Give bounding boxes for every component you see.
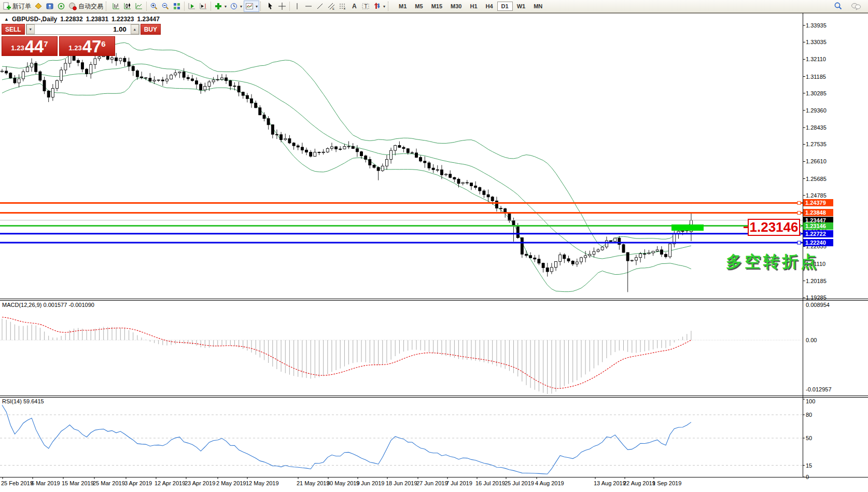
volume-spinner: ▼ ▲ [26,24,139,35]
sell-price-tile[interactable]: 1.23447 [2,36,58,56]
price-line-badge: 1.22240 [803,239,833,246]
date-axis-label: 27 Jun 2019 [416,480,448,486]
price-axis-tick: 1.27535 [806,141,827,147]
rsi-axis-tick: 50 [806,435,812,441]
price-axis-tick: 1.24785 [806,192,827,199]
date-axis-label: 25 Mar 2019 [93,480,125,486]
svg-text:F: F [344,7,346,10]
ohlc-high: 1.23831 [86,16,108,23]
price-annotation-box[interactable]: 1.23146 [748,219,800,236]
horizontal-line-icon[interactable] [303,1,314,12]
macd-axis-bottom: -0.012957 [806,386,832,392]
buy-price-sup: 6 [101,39,105,48]
timeframe-button-M15[interactable]: M15 [427,2,446,11]
zoom-out-icon[interactable] [160,1,171,12]
date-axis-label: 25 Feb 2019 [1,480,33,486]
date-axis-label: 4 Aug 2019 [535,480,564,486]
price-line-badge: 1.23146 [803,222,833,230]
price-axis-tick: 1.20185 [806,278,827,284]
indicators-add-button[interactable]: ▾ [213,1,228,12]
svg-text:A: A [352,3,357,10]
zoom-in-icon[interactable] [148,1,160,12]
ohlc-low: 1.22323 [111,16,134,23]
price-line-badge: 1.22722 [803,230,833,237]
sell-price-sup: 7 [44,39,48,48]
arrows-button[interactable]: ▾ [371,1,387,12]
chart-shift-icon[interactable] [198,1,209,12]
date-axis-label: 18 Jun 2019 [386,480,417,486]
ohlc-open: 1.22832 [60,16,82,23]
price-axis-tick: 1.32110 [806,56,826,62]
price-axis-tick: 1.33935 [806,22,827,29]
volume-input[interactable] [35,24,131,34]
rsi-axis-tick: 80 [806,412,812,418]
date-axis-label: 23 Apr 2019 [185,480,215,486]
text-label-icon[interactable]: T [360,1,371,12]
turning-point-note[interactable]: 多空转折点 [726,251,819,273]
volume-increase-button[interactable]: ▲ [131,24,139,34]
timeframe-button-M30[interactable]: M30 [446,2,466,11]
channel-icon[interactable]: E [326,1,337,12]
new-order-button[interactable]: 新订单 [1,1,33,12]
chat-icon[interactable] [849,1,863,12]
cursor-icon[interactable] [265,1,276,12]
one-click-trading-panel: SELL ▼ ▲ BUY 1.23447 1.23476 [2,24,115,56]
date-axis-label: 1 Sep 2019 [652,480,681,486]
bars-chart-icon[interactable] [110,1,122,12]
tile-windows-icon[interactable] [171,1,183,12]
timeframe-button-H1[interactable]: H1 [466,2,481,11]
date-axis-label: 21 May 2019 [297,480,330,486]
price-axis-tick: 1.33035 [806,39,827,45]
toolbar-drag-handle[interactable] [260,2,263,11]
svg-text:E: E [332,7,334,10]
autotrade-label: 自动交易 [78,2,103,11]
timeframe-button-MN[interactable]: MN [529,2,547,11]
date-axis-label: 3 Apr 2019 [124,480,152,486]
collapse-icon[interactable]: ▲ [4,17,9,22]
price-axis-tick: 1.19285 [806,294,827,301]
macd-indicator-label: MACD(12,26,9) 0.001577 -0.001090 [2,302,94,308]
rsi-indicator-label: RSI(14) 59.6415 [2,398,44,404]
navigator-icon[interactable] [44,1,55,12]
timeframe-button-D1[interactable]: D1 [497,2,513,11]
timeframe-button-W1[interactable]: W1 [513,2,530,11]
autotrade-button[interactable]: 自动交易 [67,1,105,12]
signals-icon[interactable] [55,1,67,12]
crosshair-icon[interactable] [276,1,288,12]
timeframe-button-H4[interactable]: H4 [482,2,497,11]
price-line-badge: 1.24379 [803,199,833,206]
date-axis-label: 7 Jul 2019 [446,480,472,486]
vertical-line-icon[interactable] [291,1,303,12]
buy-price-tile[interactable]: 1.23476 [59,36,115,56]
autoscroll-icon[interactable] [186,1,198,12]
timeframe-group: M1M5M15M30H1H4D1W1MN [395,2,547,11]
templates-button[interactable]: ▾ [244,1,259,12]
volume-decrease-button[interactable]: ▼ [26,24,35,34]
quotes-icon[interactable] [33,1,44,12]
buy-button[interactable]: BUY [141,24,161,35]
periods-button[interactable]: ▾ [228,1,244,12]
rsi-axis-tick: 100 [806,398,815,404]
candles-chart-icon[interactable] [122,1,133,12]
sell-price-big: 44 [25,39,44,54]
chart-title: ▲ GBPUSD-,Daily 1.22832 1.23831 1.22323 … [4,16,160,23]
date-axis-label: 25 Jul 2019 [505,480,534,486]
price-axis-tick: 1.28435 [806,124,827,131]
text-icon[interactable]: A [348,1,360,12]
sell-button[interactable]: SELL [2,24,25,35]
line-chart-icon[interactable] [133,1,145,12]
price-axis-tick: 1.29360 [806,107,827,114]
fibonacci-icon[interactable]: F [337,1,348,12]
toolbar-drag-handle[interactable] [106,2,108,11]
trendline-icon[interactable] [314,1,326,12]
date-axis-label: 22 Aug 2019 [623,480,655,486]
date-axis-label: 16 Jul 2019 [475,480,505,486]
timeframe-button-M5[interactable]: M5 [411,2,427,11]
search-icon[interactable] [832,1,844,12]
symbol-title: GBPUSD-,Daily [12,16,57,23]
toolbar-drag-handle[interactable] [388,2,390,11]
toolbar: 新订单 自动交易 ▾ ▾ ▾ [0,0,868,13]
timeframe-button-M1[interactable]: M1 [395,2,411,11]
price-axis-tick: 1.26610 [806,158,827,164]
rsi-axis-tick: 0 [806,474,809,480]
